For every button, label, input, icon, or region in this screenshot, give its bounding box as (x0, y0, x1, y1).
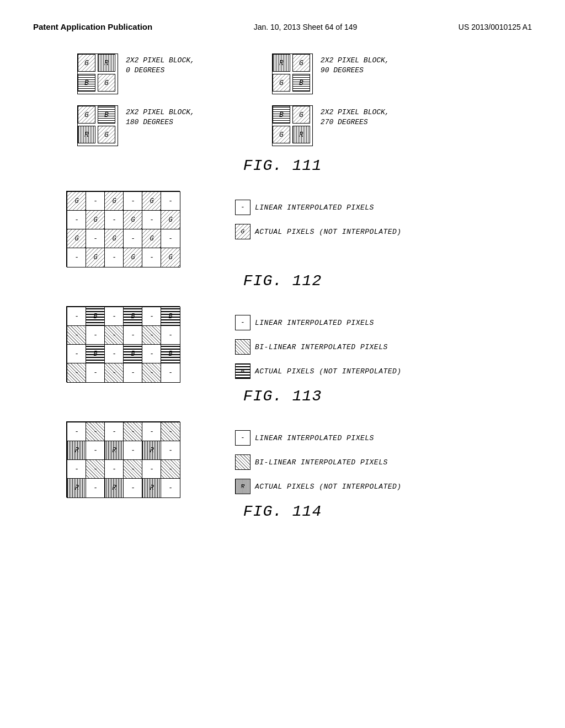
cell-B-tr: B (98, 106, 115, 124)
legend-label-bilinear-113: BI-LINEAR INTERPOLATED PIXELS (255, 343, 388, 351)
publication-date: Jan. 10, 2013 Sheet 64 of 149 (254, 23, 358, 31)
fig111-row1: G R B G 2X2 PIXEL BLOCK, 0 DEGREES R G G… (33, 53, 532, 94)
legend-icon-actual-G: G (235, 224, 250, 239)
fig113-row: - B - B - B - - - - - - - B - (33, 306, 532, 382)
fig114-grid: - - - - - - R - R - R - - - - (66, 421, 180, 497)
fig-113-section: - B - B - B - - - - - - - B - (33, 306, 532, 405)
grid-0deg: G R B G (77, 53, 118, 94)
fig112-legend: - LINEAR INTERPOLATED PIXELS G ACTUAL PI… (235, 191, 402, 243)
grid-113: - B - B - B - - - - - - - B - (66, 306, 180, 382)
label-180deg: 2X2 PIXEL BLOCK, 180 DEGREES (126, 108, 195, 127)
legend-icon-actual-R-114: R (235, 479, 250, 494)
grid-270deg: B G G R (272, 105, 313, 146)
legend-label-bilinear-114: BI-LINEAR INTERPOLATED PIXELS (255, 458, 388, 467)
cell-B-bl: B (78, 74, 95, 92)
publication-label: Patent Application Publication (33, 22, 152, 31)
block-0deg: G R B G 2X2 PIXEL BLOCK, 0 DEGREES (77, 53, 195, 94)
cell-G-tl: G (78, 106, 95, 124)
block-270deg: B G G R 2X2 PIXEL BLOCK, 270 DEGREES (272, 105, 390, 146)
legend-row-linear-113: - LINEAR INTERPOLATED PIXELS (235, 315, 402, 330)
legend-row-linear-114: - LINEAR INTERPOLATED PIXELS (235, 430, 402, 446)
label-90deg: 2X2 PIXEL BLOCK, 90 DEGREES (321, 56, 390, 76)
legend-label-actual-R-114: ACTUAL PIXELS (NOT INTERPOLATED) (255, 483, 402, 491)
legend-label-linear: LINEAR INTERPOLATED PIXELS (255, 204, 374, 212)
fig-114-section: - - - - - - R - R - R - - - - (33, 421, 532, 520)
legend-row-bilinear-113: BI-LINEAR INTERPOLATED PIXELS (235, 339, 402, 355)
cell-R-tr: R (98, 54, 115, 72)
fig114-legend: - LINEAR INTERPOLATED PIXELS BI-LINEAR I… (235, 421, 402, 497)
legend-icon-linear-113: - (235, 315, 250, 330)
fig114-label: FIG. 114 (33, 503, 532, 520)
legend-row-linear: - LINEAR INTERPOLATED PIXELS (235, 200, 402, 215)
fig-112-section: G - G - G - - G - G - G G - G (33, 191, 532, 290)
fig111-row2: G B R G 2X2 PIXEL BLOCK, 180 DEGREES B G… (33, 105, 532, 146)
label-270deg: 2X2 PIXEL BLOCK, 270 DEGREES (321, 108, 390, 127)
cell-G-bl: G (273, 74, 290, 92)
cell-B-br: B (292, 74, 310, 92)
fig112-label: FIG. 112 (33, 272, 532, 290)
page: Patent Application Publication Jan. 10, … (0, 0, 565, 728)
cell-B-tl: B (273, 106, 290, 124)
block-90deg: R G G B 2X2 PIXEL BLOCK, 90 DEGREES (272, 53, 390, 94)
fig112-row: G - G - G - - G - G - G G - G (33, 191, 532, 267)
grid-180deg: G B R G (77, 105, 118, 146)
legend-icon-actual-B-113: B (235, 363, 250, 379)
page-header: Patent Application Publication Jan. 10, … (33, 22, 532, 31)
cell-R-bl: R (78, 126, 95, 143)
legend-row-actual-B-113: B ACTUAL PIXELS (NOT INTERPOLATED) (235, 363, 402, 379)
legend-label-linear-113: LINEAR INTERPOLATED PIXELS (255, 319, 374, 327)
cell-G-tl: G (78, 54, 95, 72)
fig114-row: - - - - - - R - R - R - - - - (33, 421, 532, 497)
fig111-label: FIG. 111 (33, 157, 532, 174)
cell-G-tr: G (292, 54, 310, 72)
fig112-grid: G - G - G - - G - G - G G - G (66, 191, 180, 267)
grid-90deg: R G G B (272, 53, 313, 94)
fig113-label: FIG. 113 (33, 388, 532, 405)
block-180deg: G B R G 2X2 PIXEL BLOCK, 180 DEGREES (77, 105, 195, 146)
grid-114: - - - - - - R - R - R - - - - (66, 421, 180, 497)
legend-label-actual-B-113: ACTUAL PIXELS (NOT INTERPOLATED) (255, 367, 402, 376)
legend-icon-bilinear-113 (235, 339, 250, 355)
cell-G-br: G (98, 74, 115, 92)
cell-G-br: G (98, 126, 115, 143)
cell-R-br: R (292, 126, 310, 143)
legend-row-actual-R-114: R ACTUAL PIXELS (NOT INTERPOLATED) (235, 479, 402, 494)
cell-G-bl: G (273, 126, 290, 143)
legend-label-linear-114: LINEAR INTERPOLATED PIXELS (255, 434, 374, 442)
cell-G-tr: G (292, 106, 310, 124)
legend-row-bilinear-114: BI-LINEAR INTERPOLATED PIXELS (235, 454, 402, 470)
legend-icon-linear-114: - (235, 430, 250, 446)
legend-icon-bilinear-114 (235, 454, 250, 470)
fig-111-section: G R B G 2X2 PIXEL BLOCK, 0 DEGREES R G G… (33, 53, 532, 174)
legend-row-actual-G: G ACTUAL PIXELS (NOT INTERPOLATED) (235, 224, 402, 239)
cell-R-tl: R (273, 54, 290, 72)
grid-112: G - G - G - - G - G - G G - G (66, 191, 180, 267)
label-0deg: 2X2 PIXEL BLOCK, 0 DEGREES (126, 56, 195, 76)
legend-icon-linear: - (235, 200, 250, 215)
legend-label-actual-G: ACTUAL PIXELS (NOT INTERPOLATED) (255, 228, 402, 236)
fig113-legend: - LINEAR INTERPOLATED PIXELS BI-LINEAR I… (235, 306, 402, 382)
fig113-grid: - B - B - B - - - - - - - B - (66, 306, 180, 382)
publication-number: US 2013/0010125 A1 (459, 23, 532, 31)
